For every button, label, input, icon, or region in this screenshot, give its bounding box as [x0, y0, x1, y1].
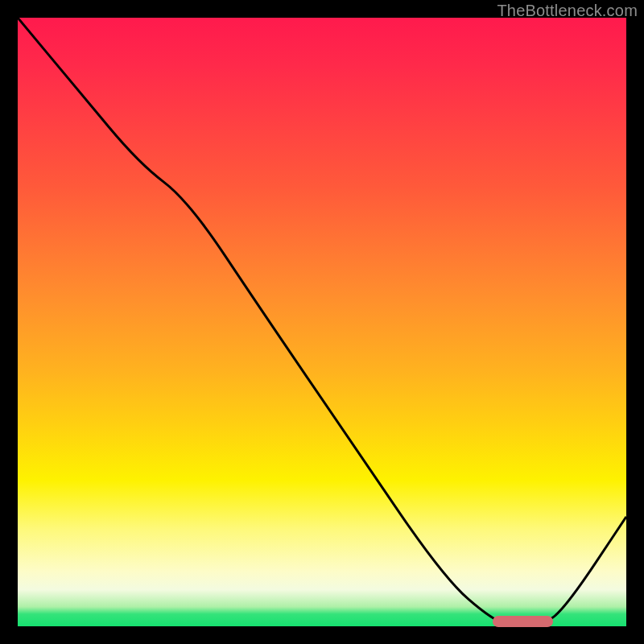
optimal-range-marker	[493, 616, 554, 627]
gradient-background	[18, 18, 626, 626]
plot-frame	[18, 18, 626, 626]
